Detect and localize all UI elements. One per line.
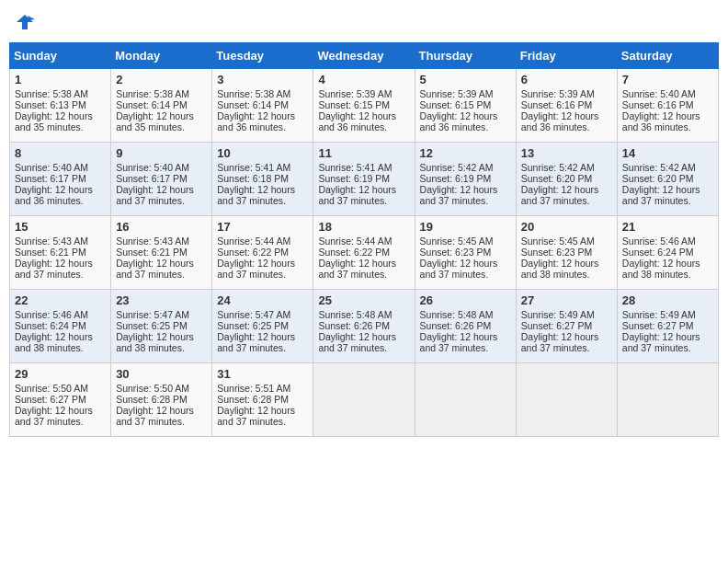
daylight-text: Daylight: 12 hours and 38 minutes. <box>15 331 93 353</box>
day-number: 28 <box>622 293 713 307</box>
day-number: 21 <box>622 220 713 234</box>
sunset-text: Sunset: 6:16 PM <box>622 99 694 110</box>
sunrise-text: Sunrise: 5:43 AM <box>116 236 189 247</box>
calendar-cell: 16Sunrise: 5:43 AMSunset: 6:21 PMDayligh… <box>111 216 212 290</box>
logo <box>13 13 35 37</box>
sunrise-text: Sunrise: 5:47 AM <box>116 309 189 320</box>
calendar-header: SundayMondayTuesdayWednesdayThursdayFrid… <box>10 43 719 69</box>
day-number: 29 <box>15 367 106 381</box>
day-number: 11 <box>318 146 409 160</box>
daylight-text: Daylight: 12 hours and 36 minutes. <box>318 110 396 132</box>
day-number: 20 <box>521 220 612 234</box>
daylight-text: Daylight: 12 hours and 37 minutes. <box>217 405 295 427</box>
daylight-text: Daylight: 12 hours and 37 minutes. <box>217 331 295 353</box>
sunrise-text: Sunrise: 5:42 AM <box>622 162 696 173</box>
sunset-text: Sunset: 6:22 PM <box>217 247 289 258</box>
day-of-week-tuesday: Tuesday <box>212 43 313 69</box>
calendar-cell: 1Sunrise: 5:38 AMSunset: 6:13 PMDaylight… <box>10 69 111 143</box>
sunset-text: Sunset: 6:17 PM <box>116 173 188 184</box>
daylight-text: Daylight: 12 hours and 36 minutes. <box>521 110 599 132</box>
calendar-cell: 4Sunrise: 5:39 AMSunset: 6:15 PMDaylight… <box>313 69 415 143</box>
sunrise-text: Sunrise: 5:38 AM <box>116 88 189 99</box>
calendar-week-1: 1Sunrise: 5:38 AMSunset: 6:13 PMDaylight… <box>10 69 719 143</box>
sunrise-text: Sunrise: 5:50 AM <box>116 383 189 394</box>
sunset-text: Sunset: 6:21 PM <box>15 247 86 258</box>
sunrise-text: Sunrise: 5:50 AM <box>15 383 88 394</box>
day-number: 4 <box>318 73 409 86</box>
sunset-text: Sunset: 6:28 PM <box>217 394 289 405</box>
day-number: 1 <box>15 73 106 86</box>
calendar-cell: 15Sunrise: 5:43 AMSunset: 6:21 PMDayligh… <box>10 216 111 290</box>
calendar-cell: 18Sunrise: 5:44 AMSunset: 6:22 PMDayligh… <box>313 216 415 290</box>
daylight-text: Daylight: 12 hours and 38 minutes. <box>622 258 700 280</box>
calendar-cell: 11Sunrise: 5:41 AMSunset: 6:19 PMDayligh… <box>313 143 415 216</box>
sunrise-text: Sunrise: 5:39 AM <box>318 88 392 99</box>
day-number: 17 <box>217 220 308 234</box>
calendar-cell: 24Sunrise: 5:47 AMSunset: 6:25 PMDayligh… <box>212 290 313 363</box>
sunrise-text: Sunrise: 5:40 AM <box>622 88 696 99</box>
sunrise-text: Sunrise: 5:39 AM <box>521 88 595 99</box>
daylight-text: Daylight: 12 hours and 37 minutes. <box>622 331 700 353</box>
day-number: 30 <box>116 367 207 381</box>
daylight-text: Daylight: 12 hours and 37 minutes. <box>420 331 498 353</box>
daylight-text: Daylight: 12 hours and 36 minutes. <box>420 110 498 132</box>
day-number: 23 <box>116 293 207 307</box>
calendar-cell: 10Sunrise: 5:41 AMSunset: 6:18 PMDayligh… <box>212 143 313 216</box>
day-of-week-saturday: Saturday <box>617 43 718 69</box>
calendar-table: SundayMondayTuesdayWednesdayThursdayFrid… <box>9 42 719 437</box>
logo-bird-icon <box>15 13 35 37</box>
daylight-text: Daylight: 12 hours and 36 minutes. <box>217 110 295 132</box>
sunset-text: Sunset: 6:13 PM <box>15 99 86 110</box>
sunset-text: Sunset: 6:24 PM <box>622 247 694 258</box>
daylight-text: Daylight: 12 hours and 37 minutes. <box>116 184 194 206</box>
sunset-text: Sunset: 6:16 PM <box>521 99 593 110</box>
day-number: 26 <box>420 293 511 307</box>
sunrise-text: Sunrise: 5:40 AM <box>116 162 189 173</box>
daylight-text: Daylight: 12 hours and 37 minutes. <box>15 405 93 427</box>
calendar-cell: 29Sunrise: 5:50 AMSunset: 6:27 PMDayligh… <box>10 363 111 437</box>
calendar-week-2: 8Sunrise: 5:40 AMSunset: 6:17 PMDaylight… <box>10 143 719 216</box>
day-number: 10 <box>217 146 308 160</box>
sunset-text: Sunset: 6:23 PM <box>521 247 593 258</box>
day-of-week-thursday: Thursday <box>415 43 516 69</box>
calendar-cell: 26Sunrise: 5:48 AMSunset: 6:26 PMDayligh… <box>415 290 516 363</box>
calendar-cell: 3Sunrise: 5:38 AMSunset: 6:14 PMDaylight… <box>212 69 313 143</box>
daylight-text: Daylight: 12 hours and 37 minutes. <box>622 184 700 206</box>
day-number: 19 <box>420 220 511 234</box>
sunset-text: Sunset: 6:19 PM <box>318 173 390 184</box>
sunrise-text: Sunrise: 5:42 AM <box>420 162 494 173</box>
sunset-text: Sunset: 6:18 PM <box>217 173 289 184</box>
day-number: 5 <box>420 73 511 86</box>
sunset-text: Sunset: 6:15 PM <box>318 99 390 110</box>
sunset-text: Sunset: 6:17 PM <box>15 173 86 184</box>
sunset-text: Sunset: 6:27 PM <box>521 320 593 331</box>
sunset-text: Sunset: 6:20 PM <box>622 173 694 184</box>
calendar-cell: 7Sunrise: 5:40 AMSunset: 6:16 PMDaylight… <box>617 69 718 143</box>
daylight-text: Daylight: 12 hours and 37 minutes. <box>217 258 295 280</box>
sunset-text: Sunset: 6:27 PM <box>622 320 694 331</box>
sunrise-text: Sunrise: 5:49 AM <box>622 309 696 320</box>
sunset-text: Sunset: 6:25 PM <box>116 320 188 331</box>
calendar-cell: 13Sunrise: 5:42 AMSunset: 6:20 PMDayligh… <box>516 143 617 216</box>
calendar-cell: 23Sunrise: 5:47 AMSunset: 6:25 PMDayligh… <box>111 290 212 363</box>
svg-marker-0 <box>17 15 33 29</box>
sunset-text: Sunset: 6:20 PM <box>521 173 593 184</box>
day-number: 24 <box>217 293 308 307</box>
sunrise-text: Sunrise: 5:40 AM <box>15 162 88 173</box>
page-header <box>9 9 719 37</box>
calendar-cell: 17Sunrise: 5:44 AMSunset: 6:22 PMDayligh… <box>212 216 313 290</box>
day-number: 8 <box>15 146 106 160</box>
day-number: 2 <box>116 73 207 86</box>
day-of-week-sunday: Sunday <box>10 43 111 69</box>
day-number: 31 <box>217 367 308 381</box>
sunrise-text: Sunrise: 5:41 AM <box>217 162 290 173</box>
sunrise-text: Sunrise: 5:42 AM <box>521 162 595 173</box>
calendar-week-4: 22Sunrise: 5:46 AMSunset: 6:24 PMDayligh… <box>10 290 719 363</box>
calendar-cell: 30Sunrise: 5:50 AMSunset: 6:28 PMDayligh… <box>111 363 212 437</box>
day-number: 12 <box>420 146 511 160</box>
calendar-cell: 25Sunrise: 5:48 AMSunset: 6:26 PMDayligh… <box>313 290 415 363</box>
sunrise-text: Sunrise: 5:44 AM <box>217 236 290 247</box>
daylight-text: Daylight: 12 hours and 35 minutes. <box>116 110 194 132</box>
sunset-text: Sunset: 6:15 PM <box>420 99 492 110</box>
sunrise-text: Sunrise: 5:46 AM <box>15 309 88 320</box>
